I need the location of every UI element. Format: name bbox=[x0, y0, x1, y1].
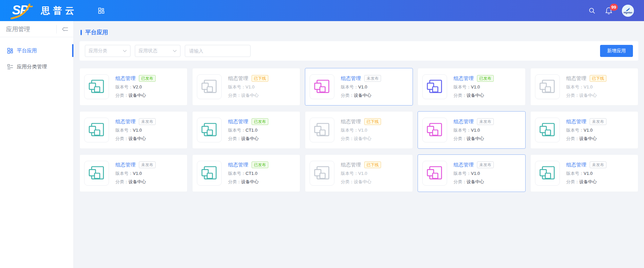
notifications-bell-icon[interactable]: 99 bbox=[605, 7, 612, 15]
version-value: V1.0 bbox=[246, 84, 255, 89]
search-input[interactable] bbox=[185, 45, 251, 57]
status-badge: 已下线 bbox=[364, 161, 381, 168]
sidebar-collapse-icon[interactable] bbox=[56, 25, 69, 34]
category-label: 分类： bbox=[566, 179, 579, 184]
version-label: 版本号： bbox=[228, 128, 246, 133]
sidebar: 应用管理 平台应用 bbox=[0, 21, 74, 268]
app-title-link[interactable]: 组态管理 bbox=[566, 162, 586, 168]
composition-app-icon bbox=[426, 78, 443, 95]
sidebar-header: 应用管理 bbox=[0, 21, 73, 37]
category-value: 设备中心 bbox=[467, 179, 484, 184]
sidebar-item-platform-apps[interactable]: 平台应用 bbox=[0, 43, 73, 59]
version-label: 版本号： bbox=[566, 84, 584, 89]
app-logo[interactable]: SP 思普云 bbox=[10, 2, 77, 20]
composition-app-icon bbox=[314, 78, 330, 95]
apps-grid-icon[interactable] bbox=[98, 7, 105, 14]
app-card-info: 组态管理 未发布 版本号：V1.0 分类：设备中心 bbox=[115, 118, 156, 142]
composition-app-icon bbox=[88, 165, 105, 182]
notification-count-badge: 99 bbox=[610, 4, 618, 11]
version-value: V1.0 bbox=[471, 128, 480, 133]
category-value: 设备中心 bbox=[354, 179, 371, 184]
app-icon-box bbox=[310, 118, 334, 142]
version-line: 版本号：V1.0 bbox=[341, 84, 381, 90]
app-status-select[interactable]: 应用状态 bbox=[135, 45, 180, 57]
category-line: 分类：设备中心 bbox=[341, 179, 381, 185]
app-title-link[interactable]: 组态管理 bbox=[341, 75, 361, 82]
app-card[interactable]: 组态管理 未发布 版本号：V1.0 分类：设备中心 bbox=[305, 68, 413, 106]
category-value: 设备中心 bbox=[467, 136, 484, 141]
app-card[interactable]: 组态管理 未发布 版本号：V1.0 分类：设备中心 bbox=[530, 154, 638, 192]
status-badge: 已发布 bbox=[252, 118, 268, 125]
app-card-info: 组态管理 已下线 版本号：V1.0 分类：设备中心 bbox=[228, 75, 268, 98]
grid-icon bbox=[7, 48, 13, 54]
app-title-link[interactable]: 组态管理 bbox=[115, 75, 136, 82]
app-card[interactable]: 组态管理 已下线 版本号：V1.0 分类：设备中心 bbox=[305, 154, 413, 192]
app-card[interactable]: 组态管理 已发布 版本号：V1.0 分类：设备中心 bbox=[418, 68, 526, 106]
version-value: CT1.0 bbox=[246, 171, 257, 176]
app-title-link[interactable]: 组态管理 bbox=[341, 119, 361, 125]
status-badge: 未发布 bbox=[590, 161, 606, 168]
version-line: 版本号：V2.0 bbox=[115, 84, 156, 90]
category-icon bbox=[7, 64, 13, 70]
category-line: 分类：设备中心 bbox=[453, 136, 494, 142]
app-title-link[interactable]: 组态管理 bbox=[453, 162, 474, 168]
app-card[interactable]: 组态管理 已下线 版本号：V1.0 分类：设备中心 bbox=[305, 111, 413, 149]
app-title-link[interactable]: 组态管理 bbox=[566, 119, 586, 125]
version-value: V2.0 bbox=[133, 84, 142, 89]
app-icon-box bbox=[422, 74, 447, 99]
search-icon[interactable] bbox=[588, 7, 596, 14]
status-badge: 已发布 bbox=[139, 75, 156, 82]
app-category-select[interactable]: 应用分类 bbox=[85, 45, 130, 57]
app-title-link[interactable]: 组态管理 bbox=[115, 162, 136, 168]
sidebar-item-label: 应用分类管理 bbox=[17, 64, 47, 70]
logo-swoosh-icon bbox=[10, 2, 37, 20]
app-title-link[interactable]: 组态管理 bbox=[341, 162, 361, 168]
app-card[interactable]: 组态管理 已发布 版本号：CT1.0 分类：设备中心 bbox=[192, 111, 300, 149]
app-card[interactable]: 组态管理 已下线 版本号：V1.0 分类：设备中心 bbox=[192, 68, 300, 106]
app-card-info: 组态管理 已发布 版本号：V1.0 分类：设备中心 bbox=[453, 75, 494, 98]
app-title-link[interactable]: 组态管理 bbox=[453, 75, 474, 82]
version-value: V1.0 bbox=[358, 84, 367, 89]
app-card-info: 组态管理 已发布 版本号：CT1.0 分类：设备中心 bbox=[228, 161, 268, 185]
app-card[interactable]: 组态管理 未发布 版本号：V1.0 分类：设备中心 bbox=[79, 111, 187, 149]
app-icon-box bbox=[197, 74, 222, 99]
version-value: V1.0 bbox=[584, 171, 593, 176]
category-value: 设备中心 bbox=[128, 93, 146, 98]
app-icon-box bbox=[84, 74, 109, 99]
app-title-link[interactable]: 组态管理 bbox=[115, 119, 136, 125]
status-badge: 未发布 bbox=[477, 118, 494, 125]
app-card[interactable]: 组态管理 未发布 版本号：V1.0 分类：设备中心 bbox=[418, 111, 526, 149]
category-value: 设备中心 bbox=[241, 179, 259, 184]
version-line: 版本号：CT1.0 bbox=[228, 171, 268, 177]
category-label: 分类： bbox=[453, 179, 467, 184]
app-title-link[interactable]: 组态管理 bbox=[228, 119, 248, 125]
add-app-button[interactable]: 新增应用 bbox=[600, 45, 633, 57]
app-card[interactable]: 组态管理 已发布 版本号：V2.0 分类：设备中心 bbox=[79, 68, 187, 106]
antelope-logo-icon bbox=[625, 7, 631, 11]
app-cards-grid: 组态管理 已发布 版本号：V2.0 分类：设备中心 组态管理 已下线 bbox=[79, 68, 638, 192]
app-card[interactable]: 组态管理 未发布 版本号：V1.0 分类：设备中心 bbox=[418, 154, 526, 192]
app-title-link[interactable]: 组态管理 bbox=[228, 162, 248, 168]
app-card[interactable]: 组态管理 未发布 版本号：V1.0 分类：设备中心 bbox=[530, 111, 638, 149]
app-icon-box bbox=[422, 161, 447, 186]
app-card[interactable]: 组态管理 已发布 版本号：CT1.0 分类：设备中心 bbox=[192, 154, 300, 192]
page-title-row: 平台应用 bbox=[80, 28, 638, 36]
category-label: 分类： bbox=[566, 136, 579, 141]
category-value: 设备中心 bbox=[579, 179, 597, 184]
app-title-link[interactable]: 组态管理 bbox=[453, 119, 474, 125]
sidebar-item-app-categories[interactable]: 应用分类管理 bbox=[0, 59, 73, 75]
version-value: V1.0 bbox=[584, 84, 593, 89]
user-avatar[interactable]: Higntan bbox=[622, 5, 634, 17]
topbar-actions: 99 Higntan bbox=[588, 5, 634, 17]
version-value: V1.0 bbox=[584, 128, 593, 133]
app-title-link[interactable]: 组态管理 bbox=[566, 75, 586, 82]
app-card[interactable]: 组态管理 已下线 版本号：V1.0 分类：设备中心 bbox=[530, 68, 638, 106]
app-card-info: 组态管理 已下线 版本号：V1.0 分类：设备中心 bbox=[341, 161, 381, 185]
sidebar-item-label: 平台应用 bbox=[17, 48, 37, 54]
app-icon-box bbox=[197, 161, 222, 186]
app-card[interactable]: 组态管理 未发布 版本号：V1.0 分类：设备中心 bbox=[79, 154, 187, 192]
version-value: V1.0 bbox=[358, 171, 367, 176]
app-title-link[interactable]: 组态管理 bbox=[228, 75, 248, 82]
version-label: 版本号： bbox=[228, 84, 246, 89]
logo-sp-icon: SP bbox=[10, 2, 37, 20]
